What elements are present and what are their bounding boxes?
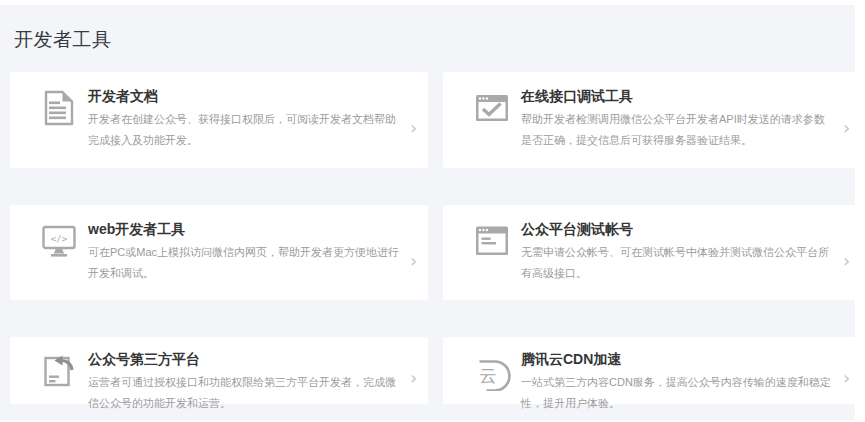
doc-lines-icon	[39, 88, 79, 128]
chevron-right-icon: ›	[410, 252, 417, 270]
card-content: 开发者文档 开发者在创建公众号、获得接口权限后，可阅读开发者文档帮助完成接入及功…	[88, 88, 400, 151]
chevron-right-icon: ›	[410, 369, 417, 387]
svg-text:云: 云	[479, 366, 497, 386]
card-title: 在线接口调试工具	[521, 88, 833, 104]
card-title: 公众平台测试帐号	[521, 221, 833, 237]
card-description: 运营者可通过授权接口和功能权限给第三方平台开发者，完成微信公众号的功能开发和运营…	[88, 372, 400, 414]
monitor-code-icon: </>	[39, 221, 79, 261]
card-description: 无需申请公众帐号、可在测试帐号中体验并测试微信公众平台所有高级接口。	[521, 242, 833, 284]
card-title: 开发者文档	[88, 88, 400, 104]
tool-card-5[interactable]: 公众号第三方平台 运营者可通过授权接口和功能权限给第三方平台开发者，完成微信公众…	[10, 337, 428, 404]
tool-card-2[interactable]: 在线接口调试工具 帮助开发者检测调用微信公众平台开发者API时发送的请求参数是否…	[443, 72, 855, 168]
card-title: 公众号第三方平台	[88, 351, 400, 367]
chevron-right-icon: ›	[410, 119, 417, 137]
window-check-icon	[472, 88, 512, 128]
window-lines-icon	[472, 221, 512, 261]
chevron-right-icon: ›	[843, 369, 850, 387]
card-content: 腾讯云CDN加速 一站式第三方内容CDN服务，提高公众号内容传输的速度和稳定性，…	[521, 351, 833, 414]
card-title: 腾讯云CDN加速	[521, 351, 833, 367]
card-title: web开发者工具	[88, 221, 400, 237]
tool-card-grid: 开发者文档 开发者在创建公众号、获得接口权限后，可阅读开发者文档帮助完成接入及功…	[10, 72, 855, 404]
card-description: 开发者在创建公众号、获得接口权限后，可阅读开发者文档帮助完成接入及功能开发。	[88, 109, 400, 151]
card-description: 一站式第三方内容CDN服务，提高公众号内容传输的速度和稳定性，提升用户体验。	[521, 372, 833, 414]
tool-card-6[interactable]: 云 腾讯云CDN加速 一站式第三方内容CDN服务，提高公众号内容传输的速度和稳定…	[443, 337, 855, 404]
page-title: 开发者工具	[14, 27, 112, 53]
tool-card-4[interactable]: 公众平台测试帐号 无需申请公众帐号、可在测试帐号中体验并测试微信公众平台所有高级…	[443, 205, 855, 300]
tool-card-3[interactable]: </> web开发者工具 可在PC或Mac上模拟访问微信内网页，帮助开发者更方便…	[10, 205, 428, 300]
card-content: 在线接口调试工具 帮助开发者检测调用微信公众平台开发者API时发送的请求参数是否…	[521, 88, 833, 151]
tencent-cloud-icon: 云	[472, 351, 512, 391]
card-description: 可在PC或Mac上模拟访问微信内网页，帮助开发者更方便地进行开发和调试。	[88, 242, 400, 284]
chevron-right-icon: ›	[843, 252, 850, 270]
card-content: web开发者工具 可在PC或Mac上模拟访问微信内网页，帮助开发者更方便地进行开…	[88, 221, 400, 284]
card-description: 帮助开发者检测调用微信公众平台开发者API时发送的请求参数是否正确，提交信息后可…	[521, 109, 833, 151]
card-content: 公众号第三方平台 运营者可通过授权接口和功能权限给第三方平台开发者，完成微信公众…	[88, 351, 400, 414]
doc-arrow-icon	[39, 351, 79, 391]
chevron-right-icon: ›	[843, 119, 850, 137]
card-content: 公众平台测试帐号 无需申请公众帐号、可在测试帐号中体验并测试微信公众平台所有高级…	[521, 221, 833, 284]
tool-card-1[interactable]: 开发者文档 开发者在创建公众号、获得接口权限后，可阅读开发者文档帮助完成接入及功…	[10, 72, 428, 168]
svg-text:</>: </>	[51, 234, 68, 244]
